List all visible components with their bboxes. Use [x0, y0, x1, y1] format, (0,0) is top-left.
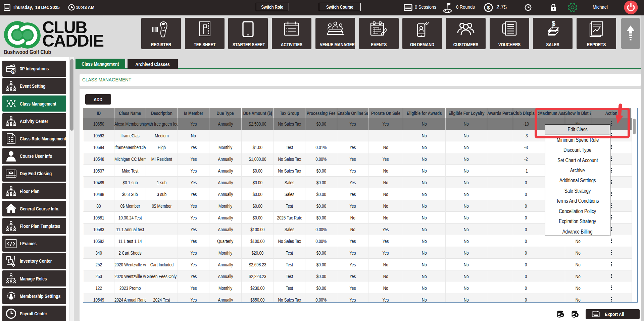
svg-text:$: $: [487, 5, 490, 10]
svg-text:$: $: [12, 70, 14, 73]
svg-text:$: $: [552, 21, 555, 27]
